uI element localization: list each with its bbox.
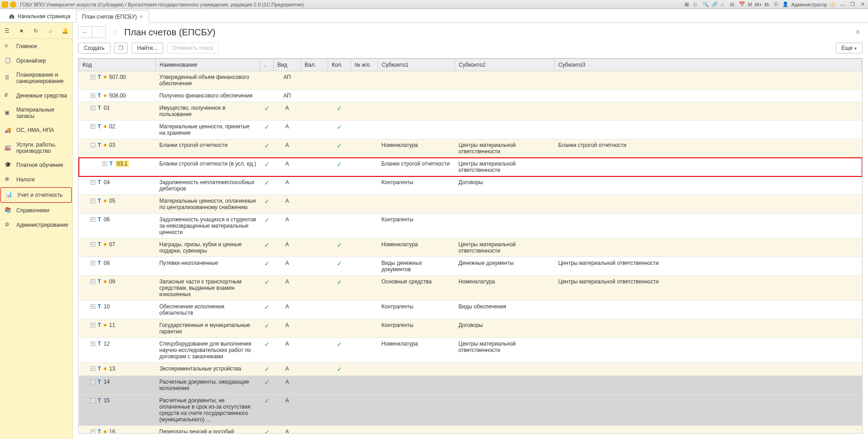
- table-row[interactable]: +T03.1Бланки строгой отчетности (в усл. …: [79, 158, 862, 176]
- table-row[interactable]: +T12Спецоборудование для выполнения науч…: [79, 338, 862, 363]
- home-icon[interactable]: ⌂: [721, 1, 727, 8]
- tab-home[interactable]: Начальная страница: [3, 10, 76, 22]
- help-circle-icon[interactable]: 🛈: [773, 1, 780, 8]
- marker-bullet-icon: [104, 367, 107, 370]
- table-row[interactable]: +T06Задолженность учащихся и студентов з…: [79, 214, 862, 239]
- tree-expander-icon[interactable]: +: [91, 106, 95, 110]
- search-icon[interactable]: ⌕: [46, 27, 54, 35]
- toolbar-icon[interactable]: ▦: [684, 1, 691, 8]
- link-icon[interactable]: 🔗: [712, 1, 718, 8]
- star-icon[interactable]: ★: [18, 27, 26, 35]
- minimize-button[interactable]: —: [839, 2, 846, 7]
- account-name: Запасные части к транспортным средствам,…: [156, 276, 260, 301]
- find-button[interactable]: Найти...: [131, 43, 163, 54]
- tree-expander-icon[interactable]: +: [91, 261, 95, 265]
- tree-expander-icon[interactable]: +: [102, 161, 107, 166]
- col-s1-header[interactable]: Субконто1: [378, 59, 455, 71]
- tree-expander-icon[interactable]: +: [91, 304, 95, 309]
- sidebar-item-assets[interactable]: 🚚 ОС, НМА, НПА: [0, 123, 72, 138]
- tree-expander-icon[interactable]: −: [91, 143, 95, 147]
- sidebar-item-main[interactable]: ≡ Главное: [0, 39, 72, 54]
- jo-cell: [351, 319, 378, 338]
- tab-chart-of-accounts[interactable]: План счетов (ЕПСБУ) ×: [76, 10, 149, 23]
- table-row[interactable]: +T11Государственные и муниципальные гара…: [79, 319, 862, 338]
- sidebar-item-reference[interactable]: 📚 Справочники: [0, 203, 72, 218]
- m-minus-button[interactable]: M-: [765, 2, 771, 7]
- tree-expander-icon[interactable]: +: [91, 180, 95, 185]
- tree-expander-icon[interactable]: +: [91, 279, 95, 284]
- tree-expander-icon[interactable]: +: [91, 398, 95, 403]
- col-val-header[interactable]: Вал.: [301, 59, 328, 71]
- tree-expander-icon[interactable]: +: [91, 217, 95, 222]
- tree-expander-icon[interactable]: +: [91, 380, 95, 384]
- table-row[interactable]: +T508.00Получено финансового обеспечения…: [79, 90, 862, 102]
- tree-expander-icon[interactable]: +: [91, 429, 95, 434]
- print-icon[interactable]: ⎙: [693, 1, 700, 8]
- col-name-header[interactable]: Наименование: [156, 59, 260, 71]
- tree-expander-icon[interactable]: +: [91, 323, 95, 327]
- close-page-button[interactable]: ×: [853, 28, 863, 36]
- m-plus-button[interactable]: M+: [755, 2, 762, 7]
- col-dot-header[interactable]: .: [260, 59, 274, 71]
- nav-forward-button[interactable]: →: [92, 27, 106, 38]
- tree-expander-icon[interactable]: +: [91, 366, 95, 371]
- close-window-button[interactable]: ✕: [859, 1, 866, 7]
- tree-expander-icon[interactable]: +: [91, 75, 95, 79]
- maximize-button[interactable]: ❐: [849, 1, 856, 7]
- col-jo-header[interactable]: № ж/о: [351, 59, 378, 71]
- tree-expander-icon[interactable]: +: [91, 93, 95, 98]
- sidebar-item-accounting[interactable]: 📊 Учет и отчетность: [0, 187, 72, 203]
- col-s2-header[interactable]: Субконто2: [455, 59, 555, 71]
- more-button[interactable]: Еще: [836, 43, 863, 54]
- col-kol-header[interactable]: Кол.: [328, 59, 351, 71]
- account-type-icon: T: [98, 142, 101, 148]
- table-row[interactable]: +T15Расчетные документы, не оплаченные в…: [79, 395, 862, 426]
- sidebar-item-services[interactable]: 🏭 Услуги, работы, производство: [0, 138, 72, 158]
- m-button[interactable]: M: [748, 2, 752, 7]
- table-row[interactable]: +T08Путевки неоплаченные✓А✓Виды денежных…: [79, 257, 862, 276]
- marker-bullet-icon: [104, 324, 107, 327]
- tab-close-icon[interactable]: ×: [140, 13, 143, 20]
- menu-icon[interactable]: ☰: [3, 27, 11, 35]
- nav-back-button[interactable]: ←: [78, 27, 92, 38]
- sidebar-item-materials[interactable]: ▣ Материальные запасы: [0, 103, 72, 123]
- table-row[interactable]: +T09Запасные части к транспортным средст…: [79, 276, 862, 301]
- create-button[interactable]: Создать: [78, 43, 111, 54]
- table-row[interactable]: +T07Награды, призы, кубки и ценные подар…: [79, 239, 862, 257]
- tree-expander-icon[interactable]: +: [91, 199, 95, 203]
- sidebar-item-organizer[interactable]: 📋 Органайзер: [0, 54, 72, 68]
- sidebar-item-education[interactable]: 🎓 Платное обучение: [0, 158, 72, 172]
- history-icon[interactable]: ↻: [32, 27, 40, 35]
- bell-icon[interactable]: 🔔: [61, 27, 69, 35]
- sidebar-item-planning[interactable]: 🗓 Планирование и санкционирование: [0, 68, 72, 88]
- search-sm-icon[interactable]: 🔍: [703, 1, 709, 8]
- table-row[interactable]: +T02Материальные ценности, принятые на х…: [79, 121, 862, 139]
- tree-expander-icon[interactable]: +: [91, 124, 95, 129]
- sidebar-item-taxes[interactable]: ֍ Налоги: [0, 172, 72, 187]
- table-row[interactable]: +T01Имущество, полученное в пользование✓…: [79, 102, 862, 121]
- col-s3-header[interactable]: Субконто3: [555, 59, 862, 71]
- col-code-header[interactable]: Код: [79, 59, 156, 71]
- calendar-icon[interactable]: 📅: [739, 1, 745, 8]
- table-row[interactable]: −T03Бланки строгой отчетности✓А✓Номенкла…: [79, 139, 862, 158]
- table-row[interactable]: +T13Экспериментальные устройства✓А✓: [79, 363, 862, 376]
- table-row[interactable]: +T16Переплаты пенсий и пособий вследстви…: [79, 426, 862, 434]
- table-row[interactable]: +T10Обеспечение исполнения обязательств✓…: [79, 301, 862, 319]
- table-row[interactable]: +T04Задолженность неплатежеспособных деб…: [79, 176, 862, 195]
- tree-expander-icon[interactable]: +: [91, 341, 95, 346]
- calc-icon[interactable]: ▤: [730, 1, 736, 8]
- info-icon[interactable]: ⓘ: [830, 1, 836, 8]
- grid-container[interactable]: Код Наименование . Вид Вал. Кол. № ж/о С…: [78, 58, 863, 434]
- user-name[interactable]: Администратор: [791, 2, 827, 7]
- user-icon[interactable]: 👤: [782, 1, 789, 8]
- sidebar-item-money[interactable]: ₽ Денежные средства: [0, 88, 72, 103]
- table-row[interactable]: +T05Материальные ценности, оплаченные по…: [79, 195, 862, 214]
- tree-expander-icon[interactable]: +: [91, 242, 95, 247]
- sidebar-item-admin[interactable]: ⚙ Администрирование: [0, 218, 72, 232]
- col-vid-header[interactable]: Вид: [274, 59, 301, 71]
- favorite-star-icon[interactable]: ☆: [112, 27, 119, 37]
- copy-button[interactable]: ❐: [114, 43, 128, 54]
- table-row[interactable]: +T14Расчетные документы, ожидающие испол…: [79, 376, 862, 395]
- table-row[interactable]: +T507.00Утвержденный объем финансового о…: [79, 71, 862, 90]
- val-cell: [301, 276, 328, 301]
